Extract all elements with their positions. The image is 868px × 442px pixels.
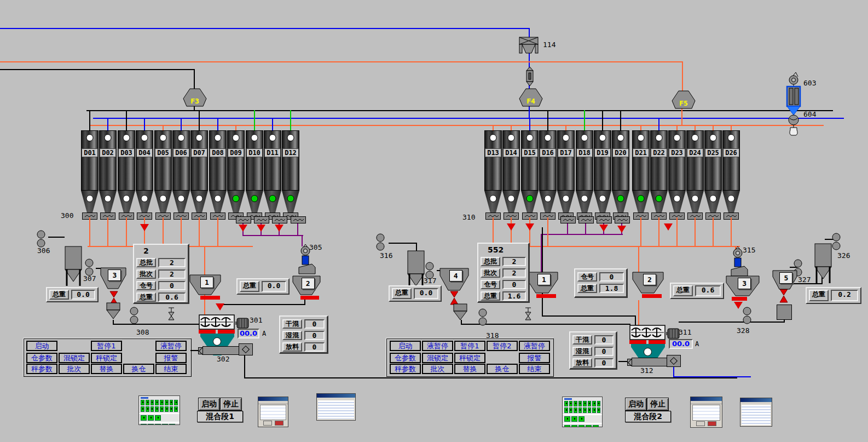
manual-valve-icon <box>167 307 175 321</box>
silo-body: D04 <box>136 130 153 191</box>
row-label: 总批 <box>136 258 156 267</box>
silo-D25: D25 <box>704 130 722 220</box>
row-value: 1.8 <box>599 284 624 293</box>
control-left-batch-button[interactable]: 批次 <box>59 364 90 374</box>
silo-id-plate: D11 <box>264 148 281 157</box>
section2-start-button[interactable]: 启动 <box>625 398 647 411</box>
row-value: 0 <box>304 319 325 329</box>
dialog-window-thumbnail-1[interactable] <box>258 397 288 427</box>
weight-label: 总重 <box>392 288 412 299</box>
conveyor-302-head <box>239 343 253 355</box>
matrix-cell <box>578 416 585 422</box>
control-right-pause1-button[interactable]: 暂停1 <box>454 341 485 351</box>
silo-bottom-lamp <box>692 195 699 202</box>
bank-right-label: 310 <box>462 213 475 221</box>
discharge-line <box>713 217 714 246</box>
control-left-liquid-pause-button[interactable]: 液暂停 <box>155 341 187 351</box>
thumbnail-buttons <box>691 421 722 426</box>
control-left-switch-bin-button[interactable]: 换仓 <box>123 364 154 374</box>
scale-hopper-left_b: 1 <box>189 274 221 295</box>
control-right-start-button[interactable]: 启动 <box>390 341 421 351</box>
matrix-cell <box>165 400 169 405</box>
matrix-cell <box>564 401 568 406</box>
matrix-cell <box>155 415 161 421</box>
report-table-thumbnail-1[interactable] <box>316 393 356 421</box>
matrix-cell <box>588 401 592 406</box>
control-right-liquid-pause-button[interactable]: 液暂停 <box>519 341 550 351</box>
silo-id-plate: D01 <box>82 148 98 157</box>
silo-top-lamp <box>545 134 552 141</box>
control-left-mix-lock-button[interactable]: 混锁定 <box>59 353 90 363</box>
silo-id-plate: D16 <box>540 148 556 157</box>
control-left-start-button[interactable]: 启动 <box>26 341 57 351</box>
hopper-discharge-bar <box>642 294 662 298</box>
silo-bottom-lamp <box>638 195 645 202</box>
control-right-switch-bin-button[interactable]: 换仓 <box>487 364 518 374</box>
mixer2-current-display: 00.0 <box>669 339 693 349</box>
discharge-line <box>731 217 732 246</box>
pipe-line <box>541 234 623 235</box>
thumbnail-caption <box>564 398 572 400</box>
control-right-end-button[interactable]: 结束 <box>519 364 550 374</box>
silo-body: D01 <box>81 130 99 191</box>
silo-top-lamp <box>692 134 699 141</box>
mixer1-agitator-icon <box>199 314 235 330</box>
silo-D05: D05 <box>154 130 172 220</box>
control-right-bin-params-button[interactable]: 仓参数 <box>390 353 421 363</box>
silo-bottom-lamp <box>617 195 624 202</box>
recipe-matrix-thumbnail-1[interactable] <box>138 395 180 425</box>
silo-D17: D17 <box>557 130 575 220</box>
silo-feed-line <box>547 110 548 130</box>
control-left-alarm-button[interactable]: 报警 <box>155 353 187 363</box>
recipe-matrix-thumbnail-2[interactable] <box>562 397 603 427</box>
row-value: 2 <box>502 268 526 278</box>
control-left-scale-lock-button[interactable]: 秤锁定 <box>91 353 122 363</box>
pipe-line <box>673 365 674 377</box>
section2-label: 混合段2 <box>625 411 671 422</box>
silo-top-lamp <box>215 134 222 141</box>
silo-body: D15 <box>521 130 539 191</box>
mixer2-current-unit: A <box>695 340 699 348</box>
control-left-scale-params-button[interactable]: 秤参数 <box>26 364 57 374</box>
thumbnail-buttons <box>258 421 288 426</box>
silo-body: D17 <box>557 130 575 191</box>
row-value: 0 <box>158 281 186 290</box>
section1-start-button[interactable]: 启动 <box>198 398 220 411</box>
pipe-line <box>638 300 639 325</box>
section2-stop-button[interactable]: 停止 <box>647 398 669 411</box>
control-right-liquid-pause-button[interactable]: 液暂停 <box>422 341 453 351</box>
matrix-cell <box>151 406 154 412</box>
report-table-thumbnail-2[interactable] <box>740 398 772 427</box>
screw-feeder-icon <box>615 216 630 223</box>
panel-row: 放料0 <box>282 342 325 352</box>
control-right-scale-params-button[interactable]: 秤参数 <box>390 364 421 374</box>
mixer1-lamp <box>213 337 221 346</box>
panel-row: 干混0 <box>282 319 325 329</box>
control-right-replace-button[interactable]: 替换 <box>454 364 485 374</box>
hopper-number: 4 <box>449 270 462 282</box>
silo-feed-line <box>640 125 641 130</box>
silo-bottom-lamp <box>251 195 258 202</box>
silo-cone <box>154 191 172 213</box>
control-right-mix-lock-button[interactable]: 混锁定 <box>422 353 453 363</box>
matrix-cell <box>574 407 577 413</box>
control-right-pause2-button[interactable]: 暂停2 <box>487 341 518 351</box>
control-left-replace-button[interactable]: 替换 <box>91 364 122 374</box>
matrix-cell <box>588 407 592 413</box>
scale-hopper-right_a: 4 <box>439 268 469 291</box>
control-right-batch-button[interactable]: 批次 <box>422 364 453 374</box>
control-left-bin-params-button[interactable]: 仓参数 <box>26 353 57 363</box>
silo-D04: D04 <box>136 130 153 220</box>
screw-feeder-icon <box>291 216 306 223</box>
control-left-end-button[interactable]: 结束 <box>155 364 187 374</box>
section1-stop-button[interactable]: 停止 <box>220 398 242 411</box>
dialog-window-thumbnail-2[interactable] <box>690 397 722 428</box>
silo-body: D11 <box>264 130 281 191</box>
silo-id-plate: D07 <box>191 148 207 157</box>
control-left-pause1-button[interactable]: 暂停1 <box>91 341 122 351</box>
control-right-alarm-button[interactable]: 报警 <box>519 353 550 363</box>
silo-cone <box>612 191 629 213</box>
control-right-scale-lock-button[interactable]: 秤锁定 <box>454 353 485 363</box>
silo-body: D16 <box>539 130 557 191</box>
thumbnail-menubar <box>691 401 722 404</box>
